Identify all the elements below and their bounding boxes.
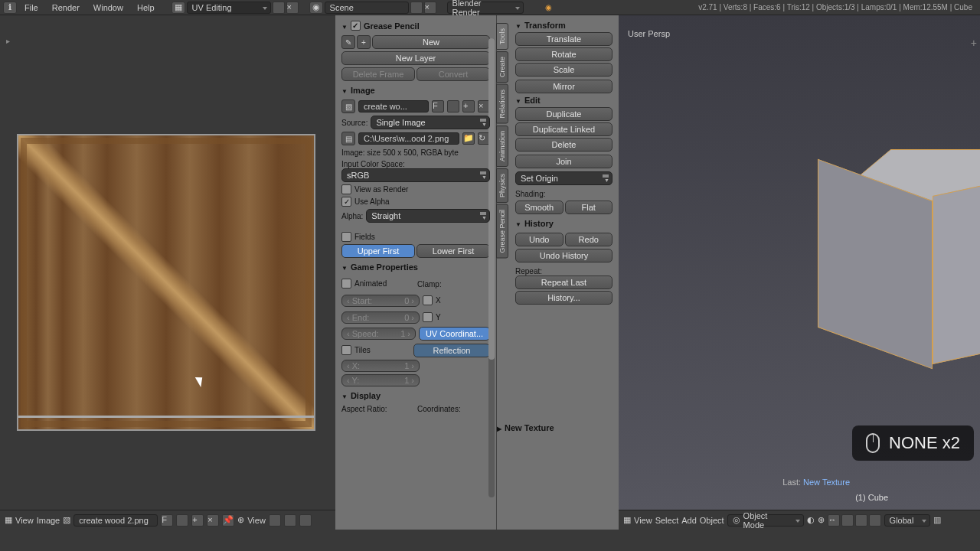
gp-delete-frame-button[interactable]: Delete Frame [341, 67, 415, 81]
section-image[interactable]: Image [341, 83, 490, 97]
uv-toggle-2[interactable] [284, 514, 296, 527]
start-field[interactable]: ‹ Start:0 › [341, 295, 420, 307]
editor-type-3d-icon[interactable]: ▦ [623, 515, 631, 525]
3d-viewport[interactable]: + User Persp NONE x2 Last: New Texture (… [619, 15, 980, 530]
set-origin-dropdown[interactable]: Set Origin▲▼ [515, 171, 612, 185]
pivot-icon[interactable]: ⊕ [818, 515, 825, 525]
shading-mode-icon[interactable]: ◐ [807, 515, 815, 525]
mirror-button[interactable]: Mirror [515, 80, 612, 93]
uv-menu-image[interactable]: Image [37, 516, 60, 525]
translate-button[interactable]: Translate [515, 32, 612, 46]
image-browse-icon[interactable]: ▧ [63, 515, 70, 525]
cube-mesh[interactable] [818, 149, 980, 379]
filepath-browse-button[interactable]: 📁 [462, 132, 475, 145]
scene-del-button[interactable]: × [424, 2, 436, 14]
uv-toggle-1[interactable] [269, 514, 281, 527]
delete-button[interactable]: Delete [515, 138, 612, 152]
alpha-dropdown[interactable]: Straight▲▼ [366, 209, 490, 223]
image-unlink-button[interactable]: × [207, 514, 219, 527]
tiles-y-field[interactable]: ‹ Y:1 › [341, 374, 420, 386]
tiles-toggle[interactable] [341, 345, 351, 355]
tab-tools[interactable]: Tools [496, 23, 508, 50]
vp-menu-view[interactable]: View [634, 516, 652, 525]
info-editor-icon[interactable]: ℹ [3, 2, 17, 14]
scene-name-field[interactable]: Scene [325, 2, 409, 14]
scale-button[interactable]: Scale [515, 63, 612, 77]
animated-toggle[interactable] [341, 279, 351, 289]
manip-scale[interactable] [869, 514, 881, 527]
manipulator-toggle[interactable]: ↔ [828, 514, 840, 527]
section-game-properties[interactable]: Game Properties [341, 260, 490, 274]
vp-menu-object[interactable]: Object [700, 516, 724, 525]
section-new-texture[interactable]: New Texture [497, 421, 612, 435]
layout-add-button[interactable] [273, 2, 285, 14]
section-edit[interactable]: Edit [515, 93, 612, 107]
layout-prev-icon[interactable]: ▦ [172, 2, 185, 14]
tab-relations[interactable]: Relations [496, 84, 508, 124]
image-num-users[interactable] [447, 100, 459, 112]
filepath-icon[interactable]: ▤ [341, 132, 355, 145]
uv-image-preview[interactable] [17, 134, 315, 431]
flat-button[interactable]: Flat [565, 201, 613, 214]
gp-convert-button[interactable]: Convert [416, 67, 490, 81]
vp-menu-select[interactable]: Select [655, 516, 679, 525]
redo-button[interactable]: Redo [565, 233, 613, 246]
gp-new-button[interactable]: New [372, 35, 490, 49]
menu-file[interactable]: File [18, 2, 44, 14]
manip-translate[interactable] [841, 514, 854, 527]
source-dropdown[interactable]: Single Image▲▼ [371, 116, 490, 129]
repeat-last-button[interactable]: Repeat Last [515, 276, 612, 289]
image-users-button[interactable] [176, 514, 188, 527]
rotate-button[interactable]: Rotate [515, 47, 612, 61]
mode-dropdown[interactable]: ◎Object Mode [727, 514, 804, 527]
section-grease-pencil[interactable]: Grease Pencil [341, 18, 490, 33]
image-datablock-icon[interactable]: ▧ [341, 99, 355, 113]
tab-grease-pencil[interactable]: Grease Pencil [496, 204, 508, 259]
uv-toggle-3[interactable] [299, 514, 312, 527]
grease-pencil-toggle[interactable] [351, 21, 361, 31]
image-new-btn[interactable]: + [462, 100, 475, 112]
layers-button[interactable]: ▥ [933, 515, 941, 525]
duplicate-button[interactable]: Duplicate [515, 107, 612, 121]
tab-create[interactable]: Create [496, 51, 508, 83]
image-name-field[interactable]: create wood 2.png [74, 514, 158, 527]
uv-image-editor[interactable]: ▸ ▦ View Image ▧ create wood 2.png F + ×… [0, 15, 335, 530]
undo-button[interactable]: Undo [515, 233, 564, 246]
tab-physics[interactable]: Physics [496, 168, 508, 203]
image-datablock-name[interactable]: create wo... [358, 100, 429, 112]
image-pin-button[interactable]: 📌 [222, 514, 234, 527]
tab-animation[interactable]: Animation [496, 126, 508, 167]
section-transform[interactable]: Transform [515, 18, 612, 32]
menu-help[interactable]: Help [131, 2, 161, 14]
ics-dropdown[interactable]: sRGB▲▼ [341, 168, 490, 182]
undo-history-button[interactable]: Undo History [515, 249, 612, 262]
expand-n-panel-icon[interactable]: + [971, 37, 977, 49]
layout-del-button[interactable]: × [286, 2, 299, 14]
clamp-y-toggle[interactable] [423, 312, 433, 322]
menu-render[interactable]: Render [46, 2, 86, 14]
duplicate-linked-button[interactable]: Duplicate Linked [515, 122, 612, 136]
section-display[interactable]: Display [341, 389, 490, 403]
expand-toolbar-icon[interactable]: ▸ [6, 37, 10, 45]
end-field[interactable]: ‹ End:0 › [341, 311, 420, 324]
history-button[interactable]: History... [515, 291, 612, 305]
reflection-button[interactable]: Reflection [413, 344, 490, 357]
vp-menu-add[interactable]: Add [681, 516, 697, 525]
image-f-button[interactable]: F [161, 514, 173, 527]
menu-window[interactable]: Window [87, 2, 129, 14]
uv-menu-view2[interactable]: View [247, 516, 266, 525]
filepath-field[interactable]: C:\Users\w...ood 2.png [358, 132, 459, 145]
scene-add-button[interactable] [410, 2, 423, 14]
gp-add-icon[interactable]: + [357, 35, 371, 49]
use-alpha-toggle[interactable] [341, 197, 351, 207]
uv-pivot-icon[interactable]: ⊕ [237, 515, 244, 525]
section-history[interactable]: History [515, 217, 612, 230]
layout-dropdown[interactable]: UV Editing [187, 2, 271, 14]
manip-rotate[interactable] [855, 514, 867, 527]
lower-first-button[interactable]: Lower First [416, 244, 490, 258]
join-button[interactable]: Join [515, 155, 612, 168]
tiles-x-field[interactable]: ‹ X:1 › [341, 360, 420, 372]
gp-new-layer-button[interactable]: New Layer [341, 51, 490, 65]
render-engine-dropdown[interactable]: Blender Render [447, 2, 524, 14]
fields-toggle[interactable] [341, 232, 351, 242]
